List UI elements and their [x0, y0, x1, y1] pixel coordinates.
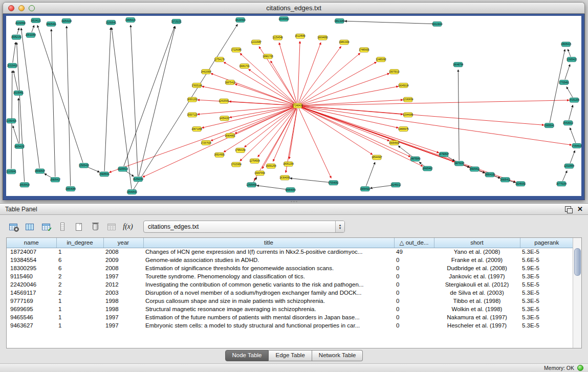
graph-node[interactable]: 19554084 [66, 187, 76, 191]
citation-edge-red[interactable] [271, 61, 296, 103]
graph-node[interactable]: 18544907 [372, 155, 382, 160]
graph-node[interactable]: 15725231 [171, 19, 182, 24]
citation-edge-black[interactable] [569, 105, 573, 120]
graph-node[interactable]: 15905412 [469, 167, 480, 171]
graph-node[interactable]: 17240416 [292, 103, 303, 108]
citation-edge-red[interactable] [235, 84, 295, 104]
graph-node[interactable]: 19205414 [118, 167, 128, 171]
graph-node[interactable]: 18905491 [46, 21, 57, 26]
minimize-button[interactable] [18, 5, 25, 11]
table-scrollbar-thumb[interactable] [574, 248, 581, 276]
citation-edge-black[interactable] [256, 185, 287, 189]
citation-edge-black[interactable] [366, 162, 375, 186]
graph-node[interactable]: 17257534 [201, 140, 211, 145]
graph-node[interactable]: 16905412 [500, 178, 511, 182]
citation-edge-red[interactable] [298, 41, 300, 103]
column-header-name[interactable]: name [7, 238, 56, 248]
graph-node[interactable]: 15905417 [50, 178, 61, 182]
graph-node[interactable]: 19575510 [389, 70, 400, 74]
graph-node[interactable]: 16091254 [266, 164, 276, 168]
citation-edge-black[interactable] [344, 21, 434, 24]
citation-edge-black[interactable] [17, 28, 19, 34]
citation-edge-red[interactable] [299, 47, 341, 103]
graph-node[interactable]: 19097954 [254, 171, 265, 176]
graph-node[interactable]: 12210987 [251, 40, 262, 45]
graph-node[interactable]: 20671058 [191, 127, 202, 132]
graph-node[interactable]: 19505415 [561, 42, 572, 47]
network-graph[interactable]: 1724041615124549166949501986193417485605… [6, 16, 581, 196]
table-gray-button[interactable] [104, 220, 119, 233]
citation-edge-red[interactable] [300, 106, 439, 152]
column-header-title[interactable]: title [143, 238, 394, 248]
citation-edge-red[interactable] [109, 107, 295, 173]
graph-node[interactable]: 17485605 [359, 48, 369, 52]
graph-node[interactable]: 18879197 [454, 161, 465, 166]
column-header-in_degree[interactable]: in_degree [56, 238, 103, 248]
select-columns-button[interactable] [23, 220, 37, 233]
column-header-year[interactable]: year [103, 238, 143, 248]
graph-node[interactable]: 16613044 [432, 21, 443, 26]
tab-node-table[interactable]: Node Table [225, 350, 269, 361]
citation-edge-black[interactable] [562, 171, 567, 181]
graph-node[interactable]: 16105491 [13, 91, 24, 95]
graph-node[interactable]: 20532054 [26, 33, 36, 37]
row-tools-button[interactable] [55, 220, 70, 233]
graph-node[interactable]: 19613284 [334, 18, 345, 23]
graph-node[interactable]: 18990547 [35, 169, 46, 173]
graph-node[interactable]: 14354207 [219, 116, 230, 121]
graph-node[interactable]: 11105041 [6, 169, 16, 174]
graph-node[interactable]: 12505415 [79, 163, 90, 168]
graph-node[interactable]: 19245012 [390, 183, 401, 187]
citation-edge-red[interactable] [229, 101, 295, 105]
citation-edge-black[interactable] [32, 25, 34, 32]
citation-edge-red[interactable] [202, 106, 294, 128]
graph-node[interactable]: 16790547 [439, 152, 449, 157]
tab-edge-table[interactable]: Edge Table [269, 350, 312, 361]
citation-edge-red[interactable] [254, 108, 296, 181]
table-settings-button[interactable] [6, 220, 20, 233]
graph-node[interactable]: 12905415 [567, 57, 577, 62]
table-row[interactable]: 946362711997Embryonic stem cells: a mode… [7, 321, 573, 330]
graph-node[interactable]: 16779154 [556, 182, 567, 186]
graph-node[interactable]: 18961705 [263, 54, 273, 59]
citation-edge-red[interactable] [300, 100, 569, 106]
float-panel-icon[interactable] [565, 206, 571, 212]
graph-node[interactable]: 11544085 [403, 113, 413, 117]
graph-node[interactable]: 16648794 [453, 62, 464, 67]
graph-node[interactable]: 18051294 [283, 162, 294, 166]
citation-edge-black[interactable] [18, 98, 19, 143]
citation-edge-red[interactable] [249, 69, 295, 104]
graph-node[interactable]: 15124549 [295, 34, 306, 38]
graph-node[interactable]: 16524121 [31, 18, 41, 23]
close-button[interactable] [8, 5, 14, 11]
citation-edge-black[interactable] [130, 25, 138, 176]
citation-edge-red[interactable] [198, 106, 295, 114]
citation-edge-black[interactable] [570, 127, 576, 143]
graph-node[interactable]: 18954105 [485, 172, 495, 177]
graph-node[interactable]: 16694950 [317, 35, 328, 40]
citation-edge-black[interactable] [565, 64, 570, 80]
graph-node[interactable]: 19405415 [125, 17, 136, 22]
graph-node[interactable]: 17954150 [235, 148, 246, 152]
table-row[interactable]: 1938455462009Genome-wide association stu… [7, 256, 573, 264]
citation-edge-red[interactable] [299, 42, 321, 103]
network-canvas[interactable]: 1724041615124549166949501986193417485605… [6, 16, 581, 196]
table-scrollbar[interactable] [573, 238, 581, 348]
zoom-button[interactable] [29, 5, 35, 11]
column-header-pagerank[interactable]: pagerank [520, 238, 573, 248]
graph-node[interactable]: 20315410 [7, 63, 18, 68]
table-row[interactable]: 946554611997Estimation of the future num… [7, 313, 573, 321]
graph-node[interactable]: 19254104 [61, 18, 72, 23]
graph-node[interactable]: 11254549 [273, 35, 284, 40]
graph-node[interactable]: 19245092 [515, 182, 526, 186]
graph-node[interactable]: 16364099 [279, 176, 290, 180]
citation-edge-black[interactable] [112, 28, 132, 189]
graph-node[interactable]: 16254150 [133, 177, 144, 182]
table-row[interactable]: 1872400712008Changes of HCN gene express… [7, 248, 573, 256]
import-table-button[interactable] [39, 220, 53, 233]
graph-node[interactable]: 15905541 [99, 172, 110, 177]
citation-edge-black[interactable] [17, 42, 25, 182]
citation-edge-red[interactable] [300, 107, 410, 157]
network-select[interactable]: citations_edges.txt ▲▼ [143, 221, 345, 233]
graph-node[interactable]: 12415541 [219, 99, 229, 103]
